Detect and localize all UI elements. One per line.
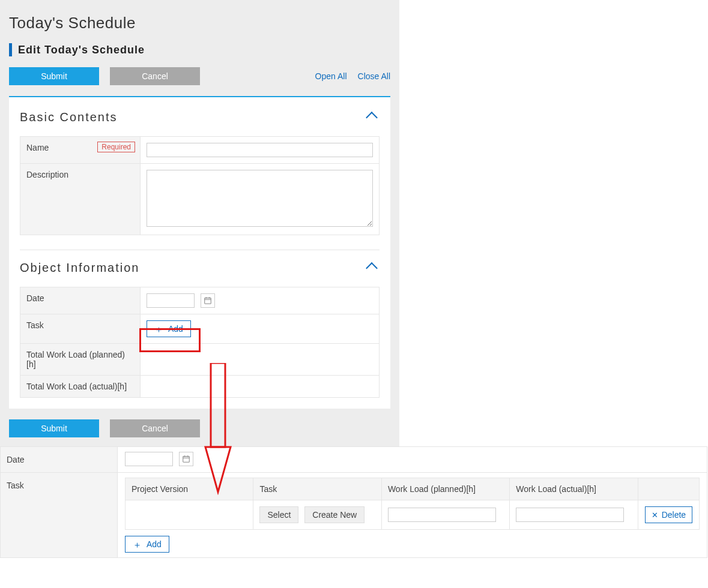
task-label-cell: Task bbox=[20, 314, 141, 344]
date-label: Date bbox=[26, 293, 44, 303]
delete-button[interactable]: ✕ Delete bbox=[645, 506, 692, 523]
name-input[interactable] bbox=[147, 143, 373, 157]
submit-button[interactable]: Submit bbox=[9, 67, 99, 85]
col-actions bbox=[638, 478, 699, 500]
plus-icon: ＋ bbox=[154, 325, 163, 334]
description-label: Description bbox=[26, 170, 68, 179]
detail-date-input[interactable] bbox=[125, 452, 173, 466]
add-label: Add bbox=[168, 324, 183, 334]
date-input[interactable] bbox=[147, 293, 195, 308]
name-label: Name bbox=[26, 143, 49, 152]
total-actual-label: Total Work Load (actual)[h] bbox=[20, 376, 141, 398]
col-work-actual: Work Load (actual)[h] bbox=[510, 478, 638, 500]
subtitle-row: Edit Today's Schedule bbox=[9, 43, 390, 56]
top-action-row: Submit Cancel Open All Close All bbox=[9, 67, 390, 85]
calendar-icon[interactable] bbox=[201, 293, 215, 308]
object-info-section-header[interactable]: Object Information bbox=[20, 261, 380, 275]
page-title: Today's Schedule bbox=[9, 14, 390, 32]
description-label-cell: Description bbox=[20, 164, 141, 235]
work-planned-input[interactable] bbox=[388, 508, 496, 522]
delete-label: Delete bbox=[662, 510, 686, 520]
add-row-label: Add bbox=[147, 539, 162, 549]
chevron-up-icon bbox=[366, 112, 378, 124]
submit-button-bottom[interactable]: Submit bbox=[9, 419, 99, 437]
description-input[interactable] bbox=[147, 170, 373, 227]
create-new-button[interactable]: Create New bbox=[304, 506, 365, 523]
close-icon: ✕ bbox=[652, 511, 658, 520]
table-row: Select Create New ✕ Delete bbox=[126, 500, 700, 530]
select-button[interactable]: Select bbox=[259, 506, 298, 523]
task-table: Project Version Task Work Load (planned)… bbox=[125, 478, 700, 530]
svg-rect-9 bbox=[183, 457, 190, 463]
cancel-button-bottom[interactable]: Cancel bbox=[110, 419, 200, 437]
col-project-version: Project Version bbox=[126, 478, 253, 500]
add-row-button[interactable]: ＋ Add bbox=[125, 536, 169, 553]
add-task-button[interactable]: ＋ Add bbox=[147, 320, 191, 337]
svg-rect-0 bbox=[205, 298, 211, 304]
section-divider bbox=[20, 250, 380, 250]
name-label-cell: Name Required bbox=[20, 137, 141, 164]
basic-section-title: Basic Contents bbox=[20, 110, 118, 124]
col-task: Task bbox=[253, 478, 381, 500]
subtitle: Edit Today's Schedule bbox=[18, 44, 145, 56]
subtitle-accent bbox=[9, 43, 12, 56]
basic-fields-table: Name Required Description bbox=[20, 136, 380, 235]
chevron-up-icon bbox=[366, 262, 378, 274]
close-all-link[interactable]: Close All bbox=[358, 71, 390, 81]
total-planned-value bbox=[141, 344, 380, 376]
calendar-icon[interactable] bbox=[179, 452, 193, 466]
detail-task-label: Task bbox=[0, 473, 117, 558]
main-panel: Basic Contents Name Required Description bbox=[9, 96, 390, 409]
open-all-link[interactable]: Open All bbox=[315, 71, 347, 81]
col-work-planned: Work Load (planned)[h] bbox=[381, 478, 509, 500]
plus-icon: ＋ bbox=[133, 540, 142, 549]
form-area: Today's Schedule Edit Today's Schedule S… bbox=[0, 0, 399, 446]
detail-area: Date Task Proje bbox=[0, 446, 707, 558]
task-label: Task bbox=[26, 320, 44, 330]
cell-project-version bbox=[126, 500, 253, 530]
date-label-cell: Date bbox=[20, 287, 141, 314]
bottom-action-row: Submit Cancel bbox=[9, 419, 390, 437]
detail-date-label: Date bbox=[0, 446, 117, 473]
required-badge: Required bbox=[97, 142, 135, 152]
basic-section-header[interactable]: Basic Contents bbox=[20, 110, 380, 124]
total-actual-value bbox=[141, 376, 380, 398]
work-actual-input[interactable] bbox=[516, 508, 624, 522]
cancel-button[interactable]: Cancel bbox=[110, 67, 200, 85]
object-info-section-title: Object Information bbox=[20, 261, 139, 275]
object-info-fields-table: Date bbox=[20, 287, 380, 398]
total-planned-label: Total Work Load (planned)[h] bbox=[20, 344, 141, 376]
